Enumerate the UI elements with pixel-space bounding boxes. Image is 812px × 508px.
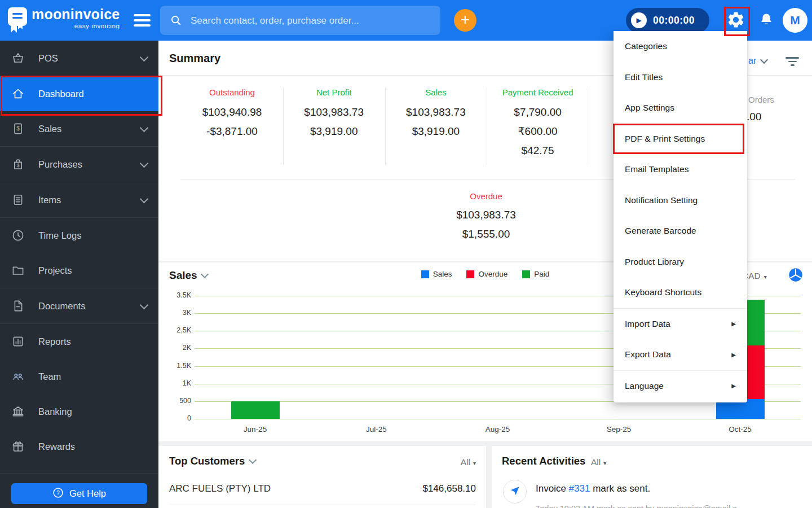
stat-value: $42.75 bbox=[487, 141, 589, 160]
summary-stat-sales: Sales$103,983.73$3,919.00 bbox=[385, 87, 487, 141]
dropdown-arrow-icon: ▾ bbox=[473, 460, 476, 466]
legend-label: Sales bbox=[433, 270, 452, 278]
submenu-arrow-icon: ▶ bbox=[731, 352, 736, 358]
menu-item-label: Edit Titles bbox=[625, 72, 663, 82]
svg-text:$: $ bbox=[17, 163, 20, 168]
menu-item-label: Export Data bbox=[625, 349, 671, 360]
help-icon: ? bbox=[52, 487, 64, 501]
menu-item-product-library[interactable]: Product Library bbox=[614, 247, 747, 278]
home-icon bbox=[11, 87, 25, 100]
sidebar-item-dashboard[interactable]: Dashboard bbox=[0, 76, 158, 111]
hamburger-menu-icon[interactable] bbox=[134, 14, 151, 27]
quick-add-button[interactable]: + bbox=[454, 9, 476, 32]
sidebar-divider bbox=[0, 473, 158, 474]
global-search[interactable] bbox=[160, 6, 440, 35]
customer-name[interactable]: ARC FUELS (PTY) LTD bbox=[169, 483, 271, 494]
play-icon[interactable]: ▶ bbox=[631, 12, 647, 28]
sidebar-item-label: POS bbox=[38, 53, 58, 64]
list-icon bbox=[11, 193, 25, 207]
legend-label: Overdue bbox=[478, 270, 508, 278]
invoice-link[interactable]: #331 bbox=[569, 483, 590, 494]
menu-item-email-templates[interactable]: Email Templates bbox=[614, 154, 747, 185]
sidebar-item-rewards[interactable]: Rewards bbox=[0, 429, 158, 464]
menu-item-generate-barcode[interactable]: Generate Barcode bbox=[614, 216, 747, 247]
menu-item-language[interactable]: Language▶ bbox=[614, 371, 747, 402]
menu-item-label: Categories bbox=[625, 41, 667, 51]
menu-item-label: Import Data bbox=[625, 319, 670, 329]
menu-item-notification-setting[interactable]: Notification Setting bbox=[614, 185, 747, 216]
chart-title-dropdown[interactable]: Sales bbox=[169, 269, 208, 282]
sidebar-item-purchases[interactable]: $Purchases bbox=[0, 147, 158, 182]
menu-item-categories[interactable]: Categories bbox=[614, 31, 747, 62]
menu-item-import-data[interactable]: Import Data▶ bbox=[614, 309, 747, 340]
time-tracker-widget[interactable]: ▶ 00:00:00 bbox=[626, 8, 709, 33]
sidebar-navigation: POSDashboard$Sales$PurchasesItemsTime Lo… bbox=[0, 41, 158, 508]
brand-wordmark[interactable]: mooninvoice easy invoicing bbox=[32, 7, 120, 30]
menu-item-label: PDF & Print Settings bbox=[625, 134, 705, 144]
notifications-bell-icon[interactable] bbox=[759, 12, 774, 29]
pie-chart-toggle-icon[interactable] bbox=[788, 267, 804, 283]
sidebar-item-label: Reports bbox=[38, 336, 71, 347]
stat-value: $103,983.73 bbox=[385, 103, 487, 122]
activities-filter-dropdown[interactable]: All▾ bbox=[591, 457, 606, 467]
overdue-label: Overdue bbox=[401, 191, 571, 201]
stat-value: $103,940.98 bbox=[181, 103, 283, 122]
stat-label: Net Profit bbox=[283, 87, 385, 97]
chevron-down-icon bbox=[140, 123, 149, 132]
sidebar-item-label: Purchases bbox=[38, 159, 82, 170]
sidebar-item-reports[interactable]: Reports bbox=[0, 324, 158, 359]
menu-item-pdf-print-settings[interactable]: PDF & Print Settings bbox=[614, 124, 747, 155]
stat-value: ₹600.00 bbox=[487, 122, 589, 141]
recent-activities-panel: Recent Activities All▾ Invoice #331 mark… bbox=[492, 446, 812, 508]
recent-activities-title: Recent Activities bbox=[502, 455, 585, 467]
chevron-down-icon bbox=[140, 159, 149, 168]
sidebar-item-label: Dashboard bbox=[38, 89, 84, 99]
sidebar-item-label: Projects bbox=[38, 265, 72, 276]
get-help-button[interactable]: ? Get Help bbox=[11, 483, 147, 504]
sidebar-item-team[interactable]: Team bbox=[0, 359, 158, 394]
search-icon bbox=[170, 14, 182, 29]
sidebar-item-sales[interactable]: $Sales bbox=[0, 111, 158, 147]
sidebar-item-label: Banking bbox=[38, 406, 72, 417]
svg-text:$: $ bbox=[16, 125, 20, 132]
menu-item-label: Generate Barcode bbox=[625, 226, 696, 236]
sidebar-item-items[interactable]: Items bbox=[0, 182, 158, 218]
legend-item-sales: Sales bbox=[421, 270, 452, 278]
sidebar-item-label: Time Logs bbox=[38, 230, 81, 241]
mooninvoice-logo-icon bbox=[7, 7, 28, 36]
sidebar-item-time-logs[interactable]: Time Logs bbox=[0, 218, 158, 253]
top-customers-panel: Top Customers All▾ ARC FUELS (PTY) LTD $… bbox=[158, 446, 486, 508]
chevron-down-icon bbox=[201, 270, 209, 278]
menu-item-export-data[interactable]: Export Data▶ bbox=[614, 339, 747, 370]
settings-gear-icon[interactable] bbox=[726, 10, 745, 29]
sidebar-item-banking[interactable]: Banking bbox=[0, 394, 158, 429]
menu-item-keyboard-shortcuts[interactable]: Keyboard Shortcuts bbox=[614, 277, 747, 308]
filter-icon[interactable] bbox=[785, 57, 799, 68]
legend-item-overdue: Overdue bbox=[466, 270, 508, 278]
hidden-stat-value-fragment: .00 bbox=[747, 111, 761, 123]
overdue-value: $103,983.73 bbox=[401, 205, 571, 225]
stat-value: $3,919.00 bbox=[385, 122, 487, 141]
menu-item-app-settings[interactable]: App Settings bbox=[614, 93, 747, 124]
bar-Jun-25-paid[interactable] bbox=[231, 401, 280, 419]
sidebar-item-projects[interactable]: Projects bbox=[0, 253, 158, 288]
y-axis-tick-label: 2.5K bbox=[158, 326, 191, 334]
top-customers-title[interactable]: Top Customers bbox=[169, 455, 255, 467]
customers-filter-dropdown[interactable]: All▾ bbox=[461, 457, 476, 467]
user-avatar[interactable]: M bbox=[783, 8, 807, 33]
sidebar-item-pos[interactable]: POS bbox=[0, 41, 158, 76]
sidebar-item-documents[interactable]: Documents bbox=[0, 288, 158, 324]
y-axis-tick-label: 2K bbox=[158, 344, 191, 352]
invoice-icon: $ bbox=[11, 122, 25, 135]
settings-dropdown-menu: CategoriesEdit TitlesApp SettingsPDF & P… bbox=[614, 31, 747, 402]
menu-item-label: Language bbox=[625, 381, 664, 391]
sidebar-item-label: Documents bbox=[38, 301, 85, 312]
sidebar-item-label: Rewards bbox=[38, 441, 75, 452]
menu-item-edit-titles[interactable]: Edit Titles bbox=[614, 62, 747, 93]
dropdown-arrow-icon: ▾ bbox=[603, 460, 606, 466]
period-selector[interactable]: ar bbox=[748, 56, 767, 66]
stat-value: $103,983.73 bbox=[283, 103, 385, 122]
search-input[interactable] bbox=[189, 6, 429, 36]
svg-text:?: ? bbox=[56, 489, 60, 496]
stat-label: Outstanding bbox=[181, 87, 283, 97]
